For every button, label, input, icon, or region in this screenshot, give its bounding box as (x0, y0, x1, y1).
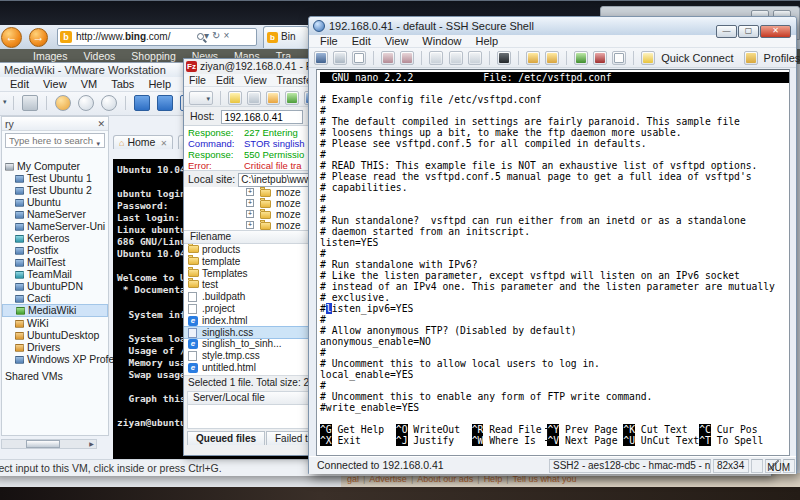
help-icon[interactable] (593, 51, 607, 65)
vmware-menu-edit[interactable]: Edit (3, 77, 36, 92)
column-filename[interactable]: Filename (190, 231, 231, 243)
sidebar-item-wiki[interactable]: WiKi (2, 317, 108, 329)
sidebar-item-ubuntudesktop[interactable]: UbuntuDesktop (2, 329, 108, 341)
shortcut-writeout[interactable]: ^O (396, 424, 408, 435)
local-pane-icon[interactable] (266, 91, 280, 105)
vmware-menu-tabs[interactable]: Tabs (104, 77, 141, 92)
expand-icon[interactable]: + (246, 199, 254, 207)
folder-icon (188, 245, 199, 253)
search-icon[interactable] (197, 33, 204, 40)
expand-icon[interactable]: + (246, 188, 254, 196)
search-dropdown-icon[interactable]: ▾ (96, 140, 100, 148)
copy-icon[interactable] (429, 51, 443, 65)
save-icon[interactable] (314, 51, 328, 65)
ssh-titlebar[interactable]: 192.168.0.41 - default - SSH Secure Shel… (309, 17, 796, 35)
browser-tab[interactable]: bBin (263, 26, 309, 48)
shortcut-uncut-text[interactable]: ^U (623, 435, 635, 446)
profiles-button[interactable]: Profiles (762, 52, 800, 64)
ssh-menu-edit[interactable]: Edit (345, 35, 378, 48)
cut-icon[interactable] (381, 51, 395, 65)
file-name: test (202, 279, 218, 290)
shortcut-cut-text[interactable]: ^K (623, 424, 635, 435)
print-icon[interactable] (333, 51, 347, 65)
tab-home[interactable]: ⌂Home✕ (113, 135, 173, 149)
ssh-menu-help[interactable]: Help (468, 35, 505, 48)
new-file-transfer-icon[interactable] (545, 51, 559, 65)
minimize-button[interactable]: — (716, 25, 737, 38)
refresh-icon[interactable]: ↻ (212, 30, 223, 41)
stop-icon[interactable]: × (223, 30, 232, 41)
snapshot-icon[interactable] (101, 95, 117, 111)
sidebar-item-kerberos[interactable]: Kerberos (2, 232, 108, 244)
sidebar-item-drivers[interactable]: Drivers (2, 341, 108, 353)
vmware-menu-vm[interactable]: VM (74, 77, 105, 92)
sidebar-item-my-computer[interactable]: My Computer (2, 160, 108, 172)
paste-icon[interactable] (449, 51, 463, 65)
sidebar-item-test-ubuntu-2[interactable]: Test Ubuntu 2 (2, 184, 108, 196)
scroll-right-icon[interactable]: ▶ (87, 440, 96, 448)
back-button[interactable]: ← (1, 27, 22, 48)
fz-menu-view[interactable]: View (239, 74, 272, 87)
delete-icon[interactable] (400, 51, 414, 65)
sidebar-item-shared-vms[interactable]: Shared VMs (2, 370, 108, 382)
power-icon[interactable] (55, 95, 71, 111)
sidebar-item-ubuntupdn[interactable]: UbuntuPDN (2, 280, 108, 292)
shortcut-exit[interactable]: ^X (320, 435, 332, 446)
profiles-folder-icon[interactable] (744, 51, 758, 65)
horizontal-scrollbar[interactable]: ▶ (1, 439, 97, 449)
log-toggle-icon[interactable] (228, 91, 242, 105)
shortcut-justify[interactable]: ^J (396, 435, 408, 446)
site-manager-dropdown[interactable]: ▾ (189, 91, 213, 105)
sidebar-item-mediawiki[interactable]: MediaWiki (2, 304, 108, 317)
suspend-icon[interactable] (78, 95, 94, 111)
ssh-terminal[interactable]: GNU nano 2.2.2 File: /etc/vsftpd.conf # … (316, 69, 790, 456)
scrollbar-thumb[interactable] (26, 440, 60, 448)
clipboard-icon[interactable] (468, 51, 482, 65)
keys-icon[interactable] (574, 51, 588, 65)
shortcut-get-help[interactable]: ^G (320, 424, 332, 435)
sidebar-item-teammail[interactable]: TeamMail (2, 268, 108, 280)
new-terminal-icon[interactable] (526, 51, 540, 65)
find-icon[interactable] (497, 51, 511, 65)
expand-icon[interactable]: + (246, 210, 254, 218)
maximize-button[interactable]: ▢ (738, 25, 759, 38)
close-icon[interactable]: ✕ (97, 117, 105, 131)
sidebar-item-windows-xp-professional[interactable]: Windows XP Professional (2, 353, 108, 365)
close-icon[interactable]: ✕ (160, 139, 167, 148)
sidebar-item-cacti[interactable]: Cacti (2, 292, 108, 304)
sidebar-item-postfix[interactable]: Postfix (2, 244, 108, 256)
shortcut-cur-pos[interactable]: ^C (699, 424, 711, 435)
shortcut-to-spell[interactable]: ^T (699, 435, 711, 446)
quick-connect-icon[interactable] (641, 51, 655, 65)
shortcut-where-is[interactable]: ^W (472, 435, 484, 446)
queue-tab-queued-files[interactable]: Queued files (187, 431, 265, 445)
context-help-icon[interactable] (612, 51, 626, 65)
close-button[interactable]: ✕ (760, 25, 791, 38)
refresh-icon[interactable] (285, 91, 299, 105)
host-input[interactable] (221, 110, 303, 124)
fz-menu-edit[interactable]: Edit (211, 74, 239, 87)
nano-shortcut-row: ^X Exit ^J Justify ^W Where Is ^V Next P… (320, 435, 789, 446)
sidebar-item-nameserver-uni[interactable]: NameServer-Uni (2, 220, 108, 232)
sidebar-item-mailtest[interactable]: MailTest (2, 256, 108, 268)
ssh-menu-file[interactable]: File (313, 35, 345, 48)
sidebar-item-nameserver[interactable]: NameServer (2, 208, 108, 220)
ssh-menu-view[interactable]: View (378, 35, 416, 48)
sidebar-item-ubuntu[interactable]: Ubuntu (2, 196, 108, 208)
print-preview-icon[interactable] (352, 51, 366, 65)
fz-menu-file[interactable]: File (184, 74, 211, 87)
ssh-menu-window[interactable]: Window (415, 35, 468, 48)
toolbar-dropdown-icon[interactable]: ▾ (3, 98, 7, 105)
shortcut-read-file[interactable]: ^R (472, 424, 484, 435)
library-search-input[interactable] (5, 133, 105, 148)
tree-toggle-icon[interactable] (247, 91, 261, 105)
vmware-menu-help[interactable]: Help (141, 77, 178, 92)
unity-view-icon[interactable] (157, 95, 173, 111)
sidebar-item-test-ubuntu-1[interactable]: Test Ubuntu 1 (2, 172, 108, 184)
network-icon[interactable] (22, 95, 38, 111)
forward-button[interactable]: → (29, 28, 48, 47)
console-view-icon[interactable] (134, 95, 150, 111)
vmware-menu-view[interactable]: View (36, 77, 74, 92)
expand-icon[interactable]: + (246, 221, 254, 229)
quick-connect-button[interactable]: Quick Connect (659, 52, 739, 64)
